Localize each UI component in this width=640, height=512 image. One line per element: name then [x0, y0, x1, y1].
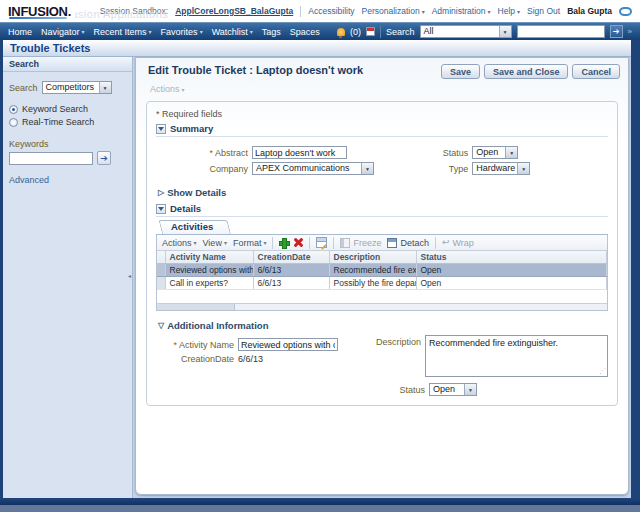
cell-status: Open — [416, 264, 607, 277]
search-go-button[interactable]: ➔ — [610, 25, 623, 38]
global-header-menu: Session Sandbox: ApplCoreLongSB_BalaGupt… — [100, 6, 632, 17]
table-row[interactable]: Call in experts? 6/6/13 Possibly the fir… — [157, 277, 607, 290]
required-marker: * — [173, 340, 177, 350]
menu-administration[interactable]: Administration▾ — [432, 6, 491, 16]
column-header-description[interactable]: Description — [329, 251, 416, 264]
infusion-logo: INFUSION. — [8, 4, 75, 19]
additional-info-toggle[interactable]: ▽ Additional Information — [158, 320, 608, 331]
wrap-icon: ↩ — [442, 238, 450, 247]
tab-activities[interactable]: Activities — [162, 220, 231, 234]
detach-icon — [387, 238, 397, 248]
cancel-button[interactable]: Cancel — [572, 64, 620, 79]
status-select[interactable]: Open ▼ — [472, 146, 518, 159]
disclosure-collapsed-icon: ▷ — [158, 188, 164, 197]
chevron-down-icon: ▾ — [250, 28, 253, 35]
radio-realtime-search[interactable]: Real-Time Search — [9, 117, 126, 127]
show-details-toggle[interactable]: ▷ Show Details — [158, 187, 608, 198]
menu-sign-out[interactable]: Sign Out — [527, 6, 560, 16]
bottom-frame-bar — [0, 498, 640, 505]
divider — [309, 237, 310, 249]
advanced-search-link[interactable]: Advanced — [9, 175, 49, 185]
radio-button-icon[interactable] — [9, 118, 18, 127]
table-row[interactable]: Reviewed options with customer 6/6/13 Re… — [157, 264, 607, 277]
divider — [380, 26, 381, 38]
keywords-go-button[interactable]: ➔ — [97, 151, 111, 165]
sidebar-search-label: Search — [9, 83, 38, 93]
summary-section-header: Summary — [156, 123, 608, 137]
detach-button[interactable]: Detach — [387, 238, 429, 248]
content-frame: Trouble Tickets Search Search Competitor… — [0, 40, 640, 498]
save-and-close-button[interactable]: Save and Close — [484, 64, 569, 79]
chevron-down-icon: ▾ — [82, 28, 85, 35]
session-sandbox-link[interactable]: ApplCoreLongSB_BalaGupta — [175, 6, 293, 16]
details-section-header: Details — [156, 203, 608, 217]
action-buttons: Save Save and Close Cancel — [441, 64, 620, 79]
collapse-section-icon[interactable] — [156, 204, 166, 214]
activity-status-select[interactable]: Open ▼ — [429, 383, 477, 396]
user-name: Bala Gupta — [567, 6, 612, 16]
horizontal-scrollbar[interactable] — [157, 303, 607, 310]
toolbar-menu-view[interactable]: View▾ — [203, 238, 227, 248]
advanced-search-icon[interactable]: » — [628, 27, 632, 36]
description-label: Description — [371, 337, 421, 379]
save-button[interactable]: Save — [441, 64, 480, 79]
chevron-down-icon: ▾ — [263, 239, 266, 246]
details-tab-strip: Activities — [156, 221, 608, 235]
main-region: Edit Trouble Ticket : Laptop doesn't wor… — [133, 57, 631, 498]
radio-keyword-search[interactable]: Keyword Search — [9, 104, 126, 114]
nav-item-favorites[interactable]: Favorites▾ — [161, 27, 203, 37]
menu-personalization[interactable]: Personalization▾ — [362, 6, 425, 16]
nav-item-watchlist[interactable]: Watchlist▾ — [212, 27, 253, 37]
status-label: Status — [418, 148, 468, 158]
nav-item-tags[interactable]: Tags — [262, 27, 281, 37]
search-scope-select[interactable]: All ▼ — [420, 25, 512, 38]
toolbar-menu-format[interactable]: Format▾ — [233, 238, 267, 248]
keywords-input[interactable] — [9, 152, 93, 165]
chevron-down-icon[interactable]: ▼ — [99, 82, 111, 93]
chevron-down-icon[interactable]: ▼ — [517, 163, 529, 174]
table-header-row: Activity Name CreationDate Description S… — [157, 251, 607, 264]
nav-item-navigator[interactable]: Navigator▾ — [41, 27, 85, 37]
chevron-down-icon[interactable]: ▼ — [499, 26, 511, 37]
sidebar-collapse-handle[interactable]: ◂ — [127, 262, 132, 288]
creation-date-value: 6/6/13 — [238, 354, 263, 364]
query-by-example-icon[interactable] — [316, 237, 327, 248]
column-header-status[interactable]: Status — [416, 251, 607, 264]
divider — [272, 237, 273, 249]
chevron-down-icon[interactable]: ▼ — [464, 384, 476, 395]
chevron-down-icon[interactable]: ▼ — [361, 163, 373, 174]
collapse-section-icon[interactable] — [156, 124, 166, 134]
toolbar-menu-actions[interactable]: Actions▾ — [162, 238, 197, 248]
chevron-down-icon[interactable]: ▼ — [505, 147, 517, 158]
calendar-icon[interactable] — [366, 27, 375, 36]
cell-description: Recommended fire extinguisher — [329, 264, 416, 277]
menu-help[interactable]: Help▾ — [498, 6, 521, 16]
column-header-activity-name[interactable]: Activity Name — [165, 251, 253, 264]
nav-item-home[interactable]: Home — [8, 27, 32, 37]
delete-row-icon[interactable] — [294, 238, 303, 247]
nav-item-recent-items[interactable]: Recent Items▾ — [94, 27, 152, 37]
radio-button-icon[interactable] — [9, 105, 18, 114]
type-select[interactable]: Hardware ▼ — [472, 162, 530, 175]
column-header-creation-date[interactable]: CreationDate — [253, 251, 329, 264]
chat-icon[interactable] — [619, 7, 632, 16]
abstract-label: * Abstract — [156, 148, 248, 158]
type-label: Type — [418, 164, 468, 174]
chevron-down-icon: ▾ — [422, 8, 425, 15]
company-select[interactable]: APEX Communications ▼ — [252, 162, 374, 175]
resize-grip-icon[interactable]: ⋰ — [599, 367, 606, 375]
required-fields-note: * Required fields — [156, 109, 608, 119]
nav-item-spaces[interactable]: Spaces — [290, 27, 320, 37]
scrollbar-thumb[interactable] — [157, 304, 235, 310]
add-row-icon[interactable] — [279, 238, 288, 247]
summary-title: Summary — [170, 123, 213, 134]
activities-toolbar: Actions▾ View▾ Format▾ Freeze Deta — [157, 235, 607, 251]
activity-name-input[interactable] — [238, 338, 338, 351]
cell-date: 6/6/13 — [253, 277, 329, 290]
description-textarea[interactable]: Recommended fire extinguisher. — [425, 335, 608, 377]
global-search-input[interactable] — [517, 25, 605, 38]
saved-search-select[interactable]: Competitors ▼ — [42, 81, 112, 94]
abstract-input[interactable] — [252, 146, 347, 159]
notifications-bell-icon[interactable] — [337, 28, 345, 36]
menu-accessibility[interactable]: Accessibility — [308, 6, 354, 16]
